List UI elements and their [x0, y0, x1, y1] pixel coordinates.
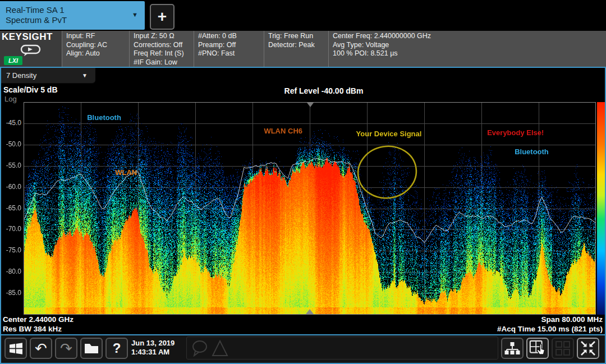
spectrum-density-plot	[24, 102, 596, 315]
bottom-marker-triangle-icon	[306, 309, 314, 314]
setting-readout: Freq Ref: Int (S)	[134, 49, 190, 58]
ref-level-readout[interactable]: Ref Level -40.00 dBm	[226, 86, 422, 95]
grid-2x2-icon	[554, 339, 572, 357]
setting-readout: Align: Auto	[66, 49, 125, 58]
setting-readout: Detector: Peak	[268, 41, 324, 50]
status-message-panel	[186, 337, 498, 360]
y-axis-tick-label: -55.0	[1, 162, 21, 169]
block-diagram-icon	[503, 340, 521, 356]
datetime-display[interactable]: Jun 13, 2019 1:43:31 AM	[131, 339, 175, 357]
y-axis-tick-label: -70.0	[1, 225, 21, 233]
windows-logo-icon	[8, 341, 24, 356]
scale-per-div-readout[interactable]: Scale/Div 5 dB	[3, 85, 58, 94]
folder-icon	[84, 342, 99, 355]
y-axis-tick-label: -65.0	[1, 204, 21, 212]
setting-readout: #IF Gain: Low	[134, 58, 190, 67]
spectrum-analyzer-app: Real-Time SA 1 Spectrum & PvT ▼ + KEYSIG…	[0, 0, 606, 364]
res-bw-readout[interactable]: Res BW 384 kHz	[3, 325, 62, 333]
window-select-button[interactable]	[526, 338, 549, 359]
keysight-brand-block: KEYSIGHT LXI	[0, 31, 62, 67]
window-type-label: 7 Density	[6, 71, 36, 80]
file-explorer-button[interactable]	[80, 338, 103, 359]
redo-button[interactable]: ↷	[55, 338, 77, 359]
help-button[interactable]: ?	[105, 338, 128, 359]
setting-readout: #PNO: Fast	[198, 49, 260, 58]
setting-readout: Input: RF	[66, 32, 125, 41]
measurement-display: 7 Density ▼ Scale/Div 5 dB Ref Level -40…	[0, 67, 606, 335]
span-readout[interactable]: Span 80.000 MHz	[541, 315, 603, 324]
speech-bubble-icon	[190, 339, 210, 358]
settings-column-1[interactable]: Input: RFCoupling: ACAlign: Auto	[62, 31, 129, 67]
window-type-dropdown[interactable]: 7 Density ▼	[1, 68, 95, 84]
warning-triangle-icon	[210, 339, 229, 358]
redo-arrow-icon: ↷	[60, 341, 72, 356]
y-axis-tick-label: -50.0	[1, 140, 21, 148]
top-marker-triangle-icon	[307, 103, 314, 107]
setting-readout: Trig: Free Run	[268, 32, 324, 41]
y-axis-tick-label: -45.0	[1, 119, 21, 127]
y-axis-tick-label: -75.0	[1, 246, 21, 254]
chevron-down-icon: ▼	[132, 11, 138, 18]
plus-icon: +	[158, 9, 167, 25]
settings-column-2[interactable]: Input Z: 50 ΩCorrections: OffFreq Ref: I…	[129, 31, 194, 67]
setting-readout: #Atten: 0 dB	[198, 32, 260, 41]
add-measurement-button[interactable]: +	[150, 4, 175, 30]
log-scale-label: Log	[4, 95, 17, 103]
message-arrow-icon[interactable]	[20, 44, 42, 59]
y-axis-tick-label: -60.0	[1, 183, 21, 191]
acq-time-readout[interactable]: #Acq Time 15.00 ms (821 pts)	[497, 325, 603, 333]
mode-tab-selector[interactable]: Real-Time SA 1 Spectrum & PvT ▼	[0, 1, 145, 30]
undo-arrow-icon: ↶	[35, 341, 47, 356]
y-axis-tick-label: -80.0	[1, 268, 21, 275]
windows-start-button[interactable]	[4, 338, 27, 359]
settings-columns[interactable]: Input: RFCoupling: ACAlign: AutoInput Z:…	[62, 31, 606, 67]
time-text: 1:43:31 AM	[131, 348, 175, 357]
undo-button[interactable]: ↶	[30, 338, 52, 359]
tab-bar: Real-Time SA 1 Spectrum & PvT ▼ +	[0, 0, 606, 31]
fullscreen-toggle-button[interactable]	[577, 338, 599, 359]
mode-tab-label: Real-Time SA 1 Spectrum & PvT	[6, 5, 67, 25]
keysight-logo: KEYSIGHT	[2, 31, 53, 43]
setting-readout: Corrections: Off	[134, 41, 190, 50]
settings-column-4[interactable]: Trig: Free RunDetector: Peak	[264, 31, 328, 67]
settings-column-5[interactable]: Center Freq: 2.440000000 GHzAvg Type: Vo…	[328, 31, 604, 67]
bottom-toolbar: ↶ ↷ ? Jun 13, 2019 1:43:31 AM	[0, 335, 606, 364]
setting-readout: Center Freq: 2.440000000 GHz	[333, 32, 600, 41]
y-axis-tick-label: -85.0	[1, 289, 21, 297]
block-diagram-button[interactable]	[501, 338, 524, 359]
setting-readout: Preamp: Off	[198, 41, 260, 50]
lxi-badge: LXI	[4, 56, 22, 65]
date-text: Jun 13, 2019	[131, 339, 175, 348]
center-freq-readout[interactable]: Center 2.44000 GHz	[3, 315, 74, 324]
chevron-down-icon: ▼	[82, 68, 88, 84]
density-colorbar	[597, 102, 605, 315]
arrows-inward-icon	[579, 339, 597, 357]
setting-readout: Input Z: 50 Ω	[134, 32, 190, 41]
window-grid-button[interactable]	[552, 338, 574, 359]
setting-readout: 100 % POI: 8.521 µs	[333, 49, 600, 58]
system-info-bar: KEYSIGHT LXI Input: RFCoupling: ACAlign:…	[0, 31, 606, 67]
settings-column-3[interactable]: #Atten: 0 dBPreamp: Off#PNO: Fast	[194, 31, 264, 67]
setting-readout: Coupling: AC	[66, 41, 125, 50]
window-hand-select-icon	[529, 339, 547, 357]
question-mark-icon: ?	[113, 340, 121, 356]
setting-readout: Avg Type: Voltage	[333, 41, 600, 50]
